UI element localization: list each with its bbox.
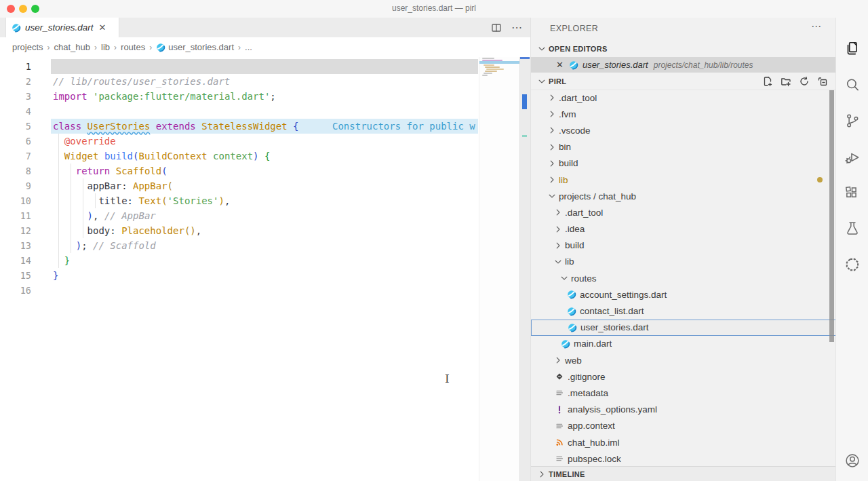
code-line[interactable]: 4 xyxy=(0,104,478,119)
tree-item[interactable]: build xyxy=(531,237,836,254)
editor-scrollbar[interactable] xyxy=(519,57,531,481)
tree-item[interactable]: chat_hub.iml xyxy=(531,434,836,450)
breadcrumb-item[interactable]: ... xyxy=(245,42,252,52)
code-line[interactable]: 16 xyxy=(0,283,478,298)
code-line[interactable]: 3import 'package:flutter/material.dart'; xyxy=(0,89,478,104)
line-number: 9 xyxy=(0,178,31,193)
source-control-icon[interactable] xyxy=(844,112,861,130)
breadcrumb-item[interactable]: user_stories.dart xyxy=(156,42,234,52)
tree-item-label: lib xyxy=(559,175,568,185)
open-editors-label: OPEN EDITORS xyxy=(549,45,608,53)
timeline-header[interactable]: TIMELINE xyxy=(531,466,836,481)
scrollbar-thumb[interactable] xyxy=(522,94,527,109)
tree-item[interactable]: .idea xyxy=(531,221,836,237)
open-editor-item[interactable]: ✕ user_stories.dart projects/chat_hub/li… xyxy=(531,57,836,73)
tree-item[interactable]: account_settings.dart xyxy=(531,286,836,303)
breadcrumb-separator: › xyxy=(94,43,97,52)
tree-item[interactable]: user_stories.dart xyxy=(531,320,836,336)
tree-item[interactable]: app.context xyxy=(531,418,836,434)
chevron-right-icon[interactable] xyxy=(553,225,563,234)
timeline-label: TIMELINE xyxy=(549,470,585,478)
chevron-right-icon[interactable] xyxy=(553,241,563,250)
indent-guide xyxy=(58,134,59,268)
search-icon[interactable] xyxy=(844,76,861,94)
close-tab-icon[interactable]: ✕ xyxy=(99,23,106,32)
chevron-down-icon[interactable] xyxy=(547,191,557,201)
breadcrumb-item[interactable]: projects xyxy=(12,42,43,52)
generic-file-icon xyxy=(555,421,564,431)
explorer-more-icon[interactable]: ⋯ xyxy=(811,20,821,33)
chevron-right-icon[interactable] xyxy=(547,142,557,152)
open-editors-header[interactable]: OPEN EDITORS xyxy=(531,41,836,57)
code-line[interactable]: 13 ); // Scaffold xyxy=(0,238,478,253)
tree-item[interactable]: .metadata xyxy=(531,385,836,401)
code-line[interactable]: 7 Widget build(BuildContext context) { xyxy=(0,149,478,163)
chevron-right-icon[interactable] xyxy=(547,109,557,119)
breadcrumb-item[interactable]: chat_hub xyxy=(54,42,91,52)
octagon-tool-icon[interactable] xyxy=(844,256,861,273)
tree-item[interactable]: routes xyxy=(531,270,836,286)
dart-icon xyxy=(567,307,576,316)
tree-scrollbar-thumb[interactable] xyxy=(829,90,834,342)
chevron-right-icon[interactable] xyxy=(547,126,557,135)
extensions-icon[interactable] xyxy=(844,184,861,201)
new-folder-icon[interactable] xyxy=(781,76,791,87)
editor-more-icon[interactable]: ⋯ xyxy=(511,21,522,34)
line-number: 13 xyxy=(0,238,31,253)
code-line[interactable]: 15} xyxy=(0,268,478,283)
new-file-icon[interactable] xyxy=(762,76,773,87)
tree-item[interactable]: .dart_tool xyxy=(531,90,836,106)
chevron-down-icon[interactable] xyxy=(559,273,569,283)
line-number: 8 xyxy=(0,163,31,178)
tree-item[interactable]: web xyxy=(531,352,836,368)
breadcrumb[interactable]: projects›chat_hub›lib›routes›user_storie… xyxy=(0,37,530,57)
run-debug-icon[interactable] xyxy=(844,149,861,166)
tree-item[interactable]: main.dart xyxy=(531,336,836,352)
tree-item[interactable]: .gitignore xyxy=(531,368,836,385)
tree-item[interactable]: build xyxy=(531,155,836,172)
chevron-right-icon[interactable] xyxy=(553,355,563,365)
pirl-section-header[interactable]: PIRL xyxy=(531,73,836,90)
breadcrumb-separator: › xyxy=(149,43,152,52)
tree-item-label: .vscode xyxy=(559,126,591,136)
code-line[interactable]: 11 ), // AppBar xyxy=(0,208,478,223)
code-line[interactable]: 1 xyxy=(0,59,478,74)
tree-item[interactable]: projects / chat_hub xyxy=(531,188,836,204)
breadcrumb-item[interactable]: lib xyxy=(101,42,110,52)
tree-item[interactable]: lib xyxy=(531,254,836,270)
chevron-right-icon[interactable] xyxy=(547,175,557,185)
chevron-right-icon[interactable] xyxy=(547,93,557,102)
code-line[interactable]: 12 body: Placeholder(), xyxy=(0,223,478,238)
chevron-right-icon[interactable] xyxy=(553,208,563,217)
code-line[interactable]: 10 title: Text('Stories'), xyxy=(0,193,478,208)
tree-item[interactable]: .fvm xyxy=(531,106,836,122)
code-line[interactable]: 2// lib/routes/user_stories.dart xyxy=(0,74,478,89)
explorer-icon[interactable] xyxy=(844,40,861,58)
tree-item[interactable]: .dart_tool xyxy=(531,204,836,220)
refresh-icon[interactable] xyxy=(799,76,810,87)
code-line[interactable]: 9 appBar: AppBar( xyxy=(0,178,478,193)
tree-item[interactable]: lib xyxy=(531,172,836,188)
split-editor-icon[interactable] xyxy=(491,22,502,33)
collapse-all-icon[interactable] xyxy=(817,76,828,87)
code-line[interactable]: 8 return Scaffold( xyxy=(0,163,478,178)
tree-item-label: contact_list.dart xyxy=(580,306,644,316)
account-icon[interactable] xyxy=(844,452,861,469)
tree-item[interactable]: analysis_options.yaml xyxy=(531,402,836,418)
chevron-down-icon[interactable] xyxy=(553,257,563,267)
testing-icon[interactable] xyxy=(844,220,861,237)
code-editor[interactable]: 12// lib/routes/user_stories.dart3import… xyxy=(0,57,530,481)
code-area[interactable]: 12// lib/routes/user_stories.dart3import… xyxy=(0,57,478,481)
tree-item[interactable]: pubspec.lock xyxy=(531,450,836,467)
close-editor-icon[interactable]: ✕ xyxy=(556,60,564,70)
tree-item[interactable]: bin xyxy=(531,139,836,155)
chevron-right-icon[interactable] xyxy=(547,159,557,168)
minimap[interactable] xyxy=(479,57,520,481)
breadcrumb-item[interactable]: routes xyxy=(121,42,145,52)
tab-user-stories[interactable]: user_stories.dart ✕ xyxy=(5,18,119,37)
code-line[interactable]: 6 @override xyxy=(0,134,478,149)
tree-item[interactable]: contact_list.dart xyxy=(531,303,836,319)
tree-item[interactable]: .vscode xyxy=(531,122,836,138)
code-line[interactable]: 14 } xyxy=(0,253,478,268)
code-line[interactable]: 5class UserStories extends StatelessWidg… xyxy=(0,119,478,134)
